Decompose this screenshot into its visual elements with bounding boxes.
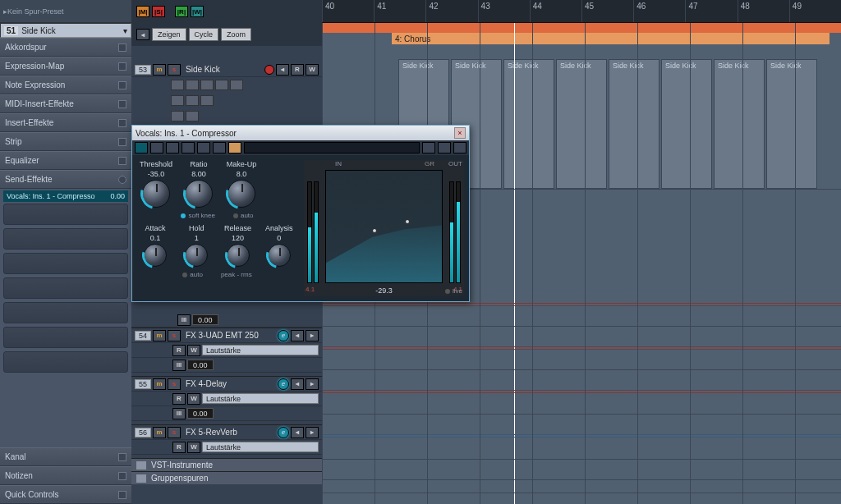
expand-icon[interactable] [118, 491, 126, 499]
value-display[interactable]: 0.00 [192, 314, 218, 325]
sidebar-item[interactable]: Akkordspur [0, 38, 131, 57]
mute-button[interactable]: m [153, 330, 166, 341]
solo-button[interactable]: s [168, 427, 181, 438]
plugin-btn[interactable] [150, 142, 163, 153]
automation-lane[interactable]: III 0.00 [131, 313, 322, 328]
audio-clip[interactable]: Side Kick [556, 59, 607, 189]
slot-button[interactable]: III [172, 360, 186, 371]
knob[interactable] [268, 244, 291, 267]
knob[interactable] [227, 244, 250, 267]
mute-button[interactable]: m [153, 378, 166, 390]
sidebar-item[interactable]: Note Expression [0, 76, 131, 94]
read-button[interactable]: |R| [175, 6, 188, 17]
sidechain-button[interactable] [228, 142, 241, 153]
lane-btn[interactable]: ◂ [291, 330, 304, 341]
sidebar-item[interactable]: Expression-Map [0, 57, 131, 76]
close-icon[interactable]: × [454, 127, 466, 139]
slot-button[interactable]: III [172, 408, 186, 419]
solo-button[interactable]: s [168, 330, 181, 341]
slot-button[interactable]: III [177, 314, 191, 326]
plugin-titlebar[interactable]: Vocals: Ins. 1 - Compressor × [132, 126, 469, 140]
knob[interactable] [185, 244, 208, 267]
solo-button[interactable]: |S| [152, 6, 165, 17]
sidebar-item[interactable]: Quick Controls [0, 485, 131, 504]
edit-insert-icon[interactable]: e [278, 378, 289, 390]
write-automation[interactable]: W [187, 442, 200, 453]
playhead[interactable] [514, 23, 515, 504]
empty-slot[interactable] [3, 277, 128, 299]
value-display[interactable]: 0.00 [187, 408, 214, 419]
track-selector[interactable]: 51 Side Kick ▾ [0, 23, 131, 38]
read-automation[interactable]: R [172, 345, 186, 356]
expand-icon[interactable] [118, 100, 126, 108]
expand-icon[interactable] [118, 472, 126, 480]
expand-icon[interactable] [118, 138, 126, 146]
transport-back-icon[interactable]: ◂ [136, 29, 149, 40]
audio-clip[interactable]: Side Kick [661, 59, 712, 189]
track-row[interactable]: 54 m s FX 3-UAD EMT 250 e ◂ ▸ R W Lautst… [131, 328, 322, 376]
sidebar-item[interactable]: MIDI-Insert-Effekte [0, 94, 131, 113]
next-preset-icon[interactable] [438, 142, 451, 153]
solo-button[interactable]: s [168, 64, 181, 76]
knob[interactable] [144, 244, 167, 267]
audio-clip[interactable]: Side Kick [714, 59, 765, 189]
lane-btn[interactable]: ▸ [306, 330, 319, 341]
write-button[interactable] [182, 142, 195, 153]
lane-btn[interactable]: ▸ [306, 427, 319, 438]
edit-insert-icon[interactable]: e [278, 427, 289, 438]
read-automation[interactable]: R [172, 442, 186, 453]
track-row[interactable]: 53 m s Side Kick ◂ R W [131, 46, 322, 127]
empty-slot[interactable] [3, 228, 128, 250]
value-display[interactable]: 0.00 [187, 360, 214, 370]
empty-slot[interactable] [3, 253, 128, 274]
empty-slot[interactable] [3, 204, 128, 225]
marker-track[interactable] [322, 23, 841, 33]
mute-button[interactable]: m [153, 64, 166, 76]
expand-icon[interactable] [118, 119, 126, 127]
bypass-button[interactable] [135, 142, 148, 153]
empty-slot[interactable] [3, 302, 128, 323]
lane-btn[interactable]: ◂ [291, 427, 304, 438]
edit-insert-icon[interactable]: e [278, 330, 289, 341]
track-row[interactable]: 55 m s FX 4-Delay e ◂ ▸ R W Lautstärke I… [131, 376, 322, 424]
audio-clip[interactable]: Side Kick [503, 59, 554, 189]
preset-dropdown[interactable] [244, 142, 420, 153]
expand-icon[interactable] [118, 44, 126, 52]
read-automation[interactable]: R [172, 393, 186, 405]
sidebar-item[interactable]: Insert-Effekte [0, 113, 131, 132]
folder-vst[interactable]: VST-Instrumente [131, 458, 322, 471]
active-insert-slot[interactable]: Vocals: Ins. 1 - Compresso 0.00 [3, 190, 128, 202]
knob[interactable] [142, 180, 170, 208]
expand-icon[interactable] [118, 176, 126, 184]
expand-icon[interactable] [118, 62, 126, 71]
sidebar-item[interactable]: Send-Effekte [0, 170, 131, 189]
write-automation[interactable]: W [306, 64, 319, 76]
sidebar-item[interactable]: Notizen [0, 466, 131, 485]
preset-selector[interactable]: ▸ Kein Spur-Preset [0, 0, 131, 23]
empty-slot[interactable] [3, 327, 128, 348]
timeline-ruler[interactable]: 40414243444546474849 [322, 0, 841, 23]
automation-param[interactable]: Lautstärke [202, 345, 319, 355]
empty-slot[interactable] [3, 351, 128, 373]
audio-clip[interactable]: Side Kick [766, 59, 817, 189]
knob[interactable] [227, 180, 255, 208]
automation-param[interactable]: Lautstärke [202, 393, 319, 404]
expand-icon[interactable] [118, 453, 126, 461]
lane-btn[interactable]: ◂ [291, 378, 304, 390]
plugin-window[interactable]: Vocals: Ins. 1 - Compressor × Threshold … [131, 125, 470, 302]
zoom-dropdown[interactable]: Zoom [221, 28, 251, 41]
monitor-icon[interactable]: ◂ [276, 64, 289, 76]
read-button[interactable] [166, 142, 179, 153]
write-button[interactable]: |W| [191, 6, 204, 17]
record-button[interactable] [264, 65, 274, 75]
automation-param[interactable]: Lautstärke [202, 442, 319, 452]
write-automation[interactable]: W [187, 345, 200, 356]
expand-icon[interactable] [118, 81, 126, 89]
prev-preset-icon[interactable] [422, 142, 435, 153]
mute-button[interactable]: m [153, 427, 166, 438]
read-automation[interactable]: R [291, 64, 304, 76]
track-row[interactable]: 56 m s FX 5-RevVerb e ◂ ▸ R W Lautstärke [131, 424, 322, 458]
solo-button[interactable]: s [168, 378, 181, 390]
expand-icon[interactable] [118, 157, 126, 165]
midi-button[interactable]: |M| [136, 6, 149, 17]
